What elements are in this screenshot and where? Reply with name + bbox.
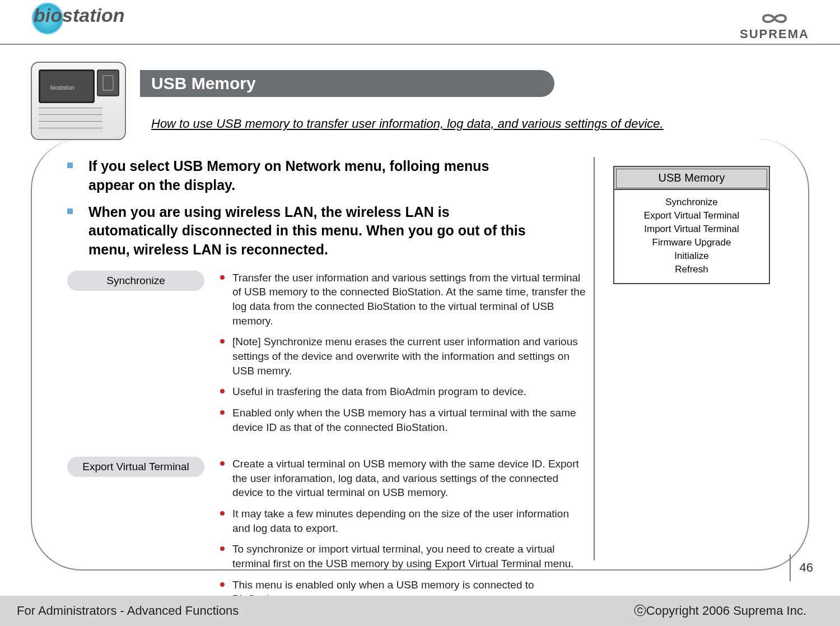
export-bullet-2: It may take a few minutes depending on t… xyxy=(217,507,586,535)
usb-memory-panel: USB Memory Synchronize Export Virtual Te… xyxy=(613,166,770,284)
logo-part-station: station xyxy=(62,4,124,26)
label-export: Export Virtual Terminal xyxy=(67,457,204,477)
desc-synchronize: Transfer the user information and variou… xyxy=(217,271,586,441)
desc-export: Create a virtual terminal on USB memory … xyxy=(217,457,586,613)
intro-text-2: When you are using wireless LAN, the wir… xyxy=(88,203,536,259)
logo-part-bio: bio xyxy=(34,4,62,26)
page-footer: For Administrators - Advanced Functions … xyxy=(0,596,840,626)
usb-memory-panel-title: USB Memory xyxy=(614,167,769,190)
infinity-icon xyxy=(755,11,794,26)
section-title-bar: USB Memory xyxy=(140,70,554,97)
device-keypad-icon xyxy=(39,108,102,133)
section-subtitle: How to use USB memory to transfer user i… xyxy=(151,117,664,131)
device-thumbnail xyxy=(31,62,126,140)
label-synchronize: Synchronize xyxy=(67,271,204,291)
suprema-text: SUPREMA xyxy=(740,27,809,41)
export-bullet-1: Create a virtual terminal on USB memory … xyxy=(217,457,586,500)
footer-right: ⓒCopyright 2006 Suprema Inc. xyxy=(634,602,806,619)
sections-block: Synchronize Transfer the user informatio… xyxy=(67,271,784,626)
menu-item-initialize: Initialize xyxy=(618,249,766,263)
footer-left: For Administrators - Advanced Functions xyxy=(17,604,239,618)
device-screen-icon xyxy=(39,69,95,103)
biostation-logo: biostation xyxy=(34,4,124,26)
page-header: biostation SUPREMA xyxy=(0,0,840,45)
menu-item-import-virtual-terminal: Import Virtual Terminal xyxy=(618,222,766,236)
menu-item-export-virtual-terminal: Export Virtual Terminal xyxy=(618,209,766,222)
usb-memory-panel-body: Synchronize Export Virtual Terminal Impo… xyxy=(614,190,769,283)
section-export: Export Virtual Terminal Create a virtual… xyxy=(67,457,594,613)
sync-bullet-2: [Note] Synchronize menu erases the curre… xyxy=(217,335,586,378)
menu-item-synchronize: Synchronize xyxy=(618,196,766,209)
square-bullet-icon xyxy=(67,163,73,168)
sync-bullet-3: Useful in trasfering the data from BioAd… xyxy=(217,384,586,399)
device-fingerprint-icon xyxy=(97,69,119,96)
menu-item-refresh: Refresh xyxy=(618,263,766,276)
section-title: USB Memory xyxy=(151,74,256,93)
menu-item-firmware-upgrade: Firmware Upgrade xyxy=(618,236,766,249)
suprema-logo: SUPREMA xyxy=(740,11,809,41)
page-number: 46 xyxy=(790,554,813,581)
export-bullet-3: To synchronize or import virtual termina… xyxy=(217,542,586,571)
sync-bullet-4: Enabled only when the USB memory has a v… xyxy=(217,406,586,434)
square-bullet-icon xyxy=(67,208,73,214)
intro-text-1: If you select USB Memory on Network menu… xyxy=(88,157,536,195)
sync-bullet-1: Transfer the user information and variou… xyxy=(217,271,586,328)
section-synchronize: Synchronize Transfer the user informatio… xyxy=(67,271,594,441)
vertical-divider xyxy=(594,157,595,560)
